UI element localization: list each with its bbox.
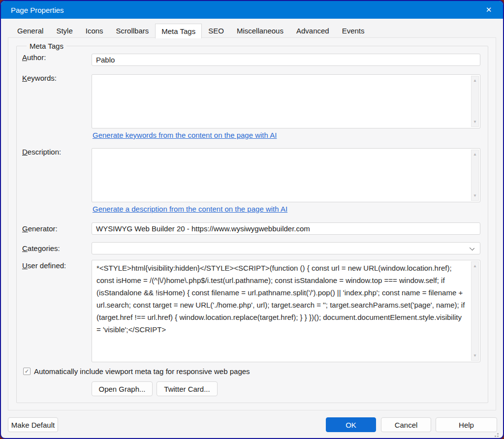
tab-advanced[interactable]: Advanced: [290, 24, 336, 38]
scroll-up-icon[interactable]: ▲: [473, 150, 477, 159]
tab-icons[interactable]: Icons: [79, 24, 110, 38]
open-graph-button[interactable]: Open Graph...: [92, 381, 153, 396]
keywords-input[interactable]: ▲ ▼: [92, 74, 480, 128]
scroll-down-icon[interactable]: ▼: [473, 118, 477, 126]
meta-tags-tabpage: Meta Tags Author: Keywords: ▲ ▼ Generate…: [8, 37, 496, 410]
tab-style[interactable]: Style: [50, 24, 79, 38]
user-defined-input[interactable]: *<STYLE>html{visibility:hidden}</STYLE><…: [92, 260, 480, 362]
tab-miscellaneous[interactable]: Miscellaneous: [230, 24, 290, 38]
generate-keywords-link[interactable]: Generate keywords from the content on th…: [93, 131, 277, 139]
generate-description-link[interactable]: Generate a description from the content …: [93, 205, 287, 213]
tabstrip: General Style Icons Scrollbars Meta Tags…: [11, 24, 371, 38]
tab-general[interactable]: General: [11, 24, 50, 38]
description-label: Description:: [22, 148, 61, 157]
scroll-down-icon[interactable]: ▼: [473, 351, 477, 360]
categories-combobox[interactable]: [92, 242, 480, 254]
viewport-checkbox-label: Automatically include viewport meta tag …: [34, 367, 250, 376]
groupbox-title: Meta Tags: [27, 42, 66, 50]
tab-scrollbars[interactable]: Scrollbars: [110, 24, 156, 38]
scroll-down-icon[interactable]: ▼: [473, 191, 477, 200]
viewport-checkbox[interactable]: ✓: [23, 368, 31, 375]
user-defined-label: User defined:: [22, 261, 66, 270]
user-defined-value: *<STYLE>html{visibility:hidden}</STYLE><…: [96, 264, 465, 334]
viewport-checkbox-row[interactable]: ✓ Automatically include viewport meta ta…: [23, 367, 250, 376]
tab-meta-tags[interactable]: Meta Tags: [155, 24, 202, 38]
keywords-scrollbar[interactable]: ▲ ▼: [471, 76, 479, 127]
tab-events[interactable]: Events: [336, 24, 371, 38]
help-button[interactable]: Help: [436, 417, 497, 432]
generator-label: Generator:: [22, 224, 58, 233]
page-properties-dialog: Page Properties ✕ General Style Icons Sc…: [0, 0, 504, 439]
window-title: Page Properties: [11, 6, 64, 14]
categories-label: Categories:: [22, 244, 60, 253]
keywords-label: Keywords:: [22, 74, 57, 83]
description-scrollbar[interactable]: ▲ ▼: [471, 150, 479, 201]
description-input[interactable]: ▲ ▼: [92, 148, 480, 202]
titlebar[interactable]: Page Properties: [1, 1, 503, 19]
user-defined-scrollbar[interactable]: ▲ ▼: [471, 261, 479, 361]
resize-grip[interactable]: [497, 433, 499, 435]
scroll-up-icon[interactable]: ▲: [473, 262, 477, 271]
cancel-button[interactable]: Cancel: [381, 417, 431, 432]
close-icon[interactable]: ✕: [481, 4, 496, 16]
tab-seo[interactable]: SEO: [202, 24, 230, 38]
scroll-up-icon[interactable]: ▲: [473, 76, 477, 85]
meta-tags-groupbox: Meta Tags Author: Keywords: ▲ ▼ Generate…: [16, 46, 488, 403]
author-input[interactable]: [92, 54, 480, 66]
chevron-down-icon: [470, 246, 474, 251]
twitter-card-button[interactable]: Twitter Card...: [157, 381, 218, 396]
author-label: Author:: [22, 53, 46, 62]
generator-input[interactable]: [92, 222, 480, 235]
make-default-button[interactable]: Make Default: [8, 417, 58, 432]
ok-button[interactable]: OK: [326, 417, 376, 432]
